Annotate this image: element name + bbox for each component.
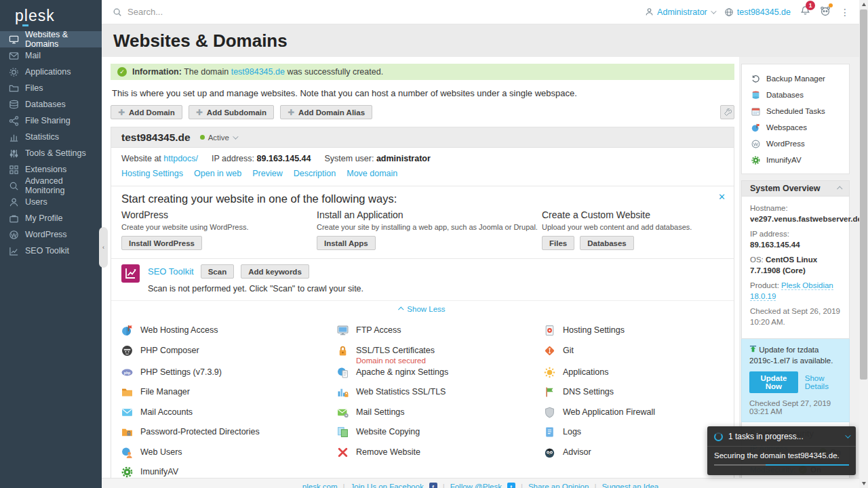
tool-web-users[interactable]: Web Users bbox=[121, 445, 337, 465]
twitter-link[interactable]: Follow @Plesk bbox=[450, 483, 502, 488]
httpdocs-link[interactable]: httpdocs/ bbox=[163, 154, 198, 163]
system-overview-header[interactable]: System Overview bbox=[741, 180, 850, 197]
add-domain-button[interactable]: ✚Add Domain bbox=[111, 105, 182, 119]
sidebar-item-my-profile[interactable]: My Profile bbox=[0, 210, 102, 226]
envelope-gear-icon bbox=[337, 407, 349, 418]
sidebar-item-label: Files bbox=[25, 83, 43, 93]
databases-button[interactable]: Databases bbox=[580, 236, 634, 250]
tool-mail-accounts[interactable]: Mail Accounts bbox=[121, 405, 337, 425]
vertical-scrollbar[interactable] bbox=[859, 0, 868, 488]
tool-password-protected-directories[interactable]: Password-Protected Directories bbox=[121, 424, 337, 445]
tool-php-composer[interactable]: PHP Composer bbox=[121, 343, 337, 365]
ip-address: IP address: 89.163.145.44 bbox=[212, 154, 311, 163]
green-gear-icon bbox=[121, 466, 133, 478]
tool-advisor[interactable]: Advisor bbox=[544, 445, 734, 465]
feedback-button[interactable] bbox=[820, 5, 831, 19]
notifications-button[interactable]: 1 bbox=[800, 5, 810, 18]
shortcut-scheduled-tasks[interactable]: Scheduled Tasks bbox=[751, 103, 849, 119]
update-now-button[interactable]: Update Now bbox=[749, 371, 798, 393]
files-button[interactable]: Files bbox=[542, 236, 574, 250]
tool-file-manager[interactable]: File Manager bbox=[121, 384, 337, 405]
tool-applications[interactable]: Applications bbox=[544, 365, 734, 385]
shortcut-wordpress[interactable]: WordPress bbox=[751, 136, 849, 152]
sidebar-item-tools-settings[interactable]: Tools & Settings bbox=[0, 145, 102, 161]
ip-label: IP address: bbox=[212, 154, 254, 163]
move-domain-link[interactable]: Move domain bbox=[347, 169, 397, 178]
search-bar[interactable] bbox=[113, 7, 277, 17]
tool-remove-website[interactable]: Remove Website bbox=[337, 445, 544, 465]
preview-link[interactable]: Preview bbox=[252, 169, 282, 178]
suggest-idea-link[interactable]: Suggest an Idea bbox=[601, 483, 658, 488]
install-apps-button[interactable]: Install Apps bbox=[317, 236, 376, 250]
sidebar-item-files[interactable]: Files bbox=[0, 80, 102, 96]
add-domain-alias-button[interactable]: ✚Add Domain Alias bbox=[280, 105, 372, 119]
open-in-web-link[interactable]: Open in web bbox=[194, 169, 241, 178]
share-opinion-link[interactable]: Share an Opinion bbox=[528, 483, 589, 488]
scrollbar-thumb[interactable] bbox=[860, 9, 867, 380]
close-icon[interactable]: ✕ bbox=[718, 192, 726, 202]
scroll-down-arrow[interactable] bbox=[859, 479, 868, 488]
domain-status-dropdown[interactable]: Active bbox=[200, 134, 237, 142]
tool-website-copying[interactable]: Website Copying bbox=[337, 424, 544, 445]
sidebar-item-statistics[interactable]: Statistics bbox=[0, 129, 102, 145]
show-details-link[interactable]: Show Details bbox=[805, 374, 842, 390]
tool-label: Applications bbox=[563, 367, 608, 377]
tool-logs[interactable]: Logs bbox=[544, 424, 734, 445]
user-menu[interactable]: Administrator bbox=[645, 7, 715, 17]
current-domain-link[interactable]: test984345.de bbox=[724, 7, 791, 17]
tool-dns-settings[interactable]: DNS Settings bbox=[544, 384, 734, 405]
sidebar-item-file-sharing[interactable]: File Sharing bbox=[0, 113, 102, 129]
person-icon bbox=[645, 7, 654, 16]
tool-web-hosting-access[interactable]: Web Hosting Access bbox=[121, 323, 337, 343]
sidebar-item-advanced-monitoring[interactable]: Advanced Monitoring bbox=[0, 178, 102, 194]
tool-web-application-firewall[interactable]: Web Application Firewall bbox=[544, 405, 734, 425]
show-less-toggle[interactable]: Show Less bbox=[111, 300, 734, 317]
sidebar-item-seo-toolkit[interactable]: SEO Toolkit bbox=[0, 243, 102, 259]
composer-icon bbox=[121, 345, 133, 357]
hosting-settings-link[interactable]: Hosting Settings bbox=[121, 169, 183, 178]
sidebar-item-extensions[interactable]: Extensions bbox=[0, 161, 102, 178]
install-wordpress-button[interactable]: Install WordPress bbox=[121, 236, 202, 250]
shortcut-webspaces[interactable]: Webspaces bbox=[751, 119, 849, 136]
shortcut-databases[interactable]: Databases bbox=[751, 87, 849, 103]
add-keywords-button[interactable]: Add keywords bbox=[241, 264, 309, 279]
tool-mail-settings[interactable]: Mail Settings bbox=[337, 405, 544, 425]
sidebar-item-websites-domains[interactable]: Websites & Domains bbox=[0, 31, 102, 47]
customize-tools-button[interactable] bbox=[720, 105, 734, 119]
sidebar-item-users[interactable]: Users bbox=[0, 194, 102, 210]
tool-hosting-settings[interactable]: Hosting Settings bbox=[544, 323, 734, 343]
tasks-popup-header[interactable]: 1 tasks in progress... bbox=[707, 426, 856, 447]
more-menu-button[interactable]: ⋮ bbox=[840, 7, 850, 17]
tool-ssl-certificates[interactable]: SSL/TLS Certificates Domain not secured bbox=[337, 343, 544, 365]
domain-card: test984345.de Active Website at httpdocs… bbox=[111, 127, 734, 479]
tool-ftp-access[interactable]: FTP Access bbox=[337, 323, 544, 343]
sidebar-collapse-handle[interactable]: ‹ bbox=[99, 227, 108, 268]
seo-toolkit-link[interactable]: SEO Toolkit bbox=[148, 266, 194, 277]
sidebar-item-mail[interactable]: Mail bbox=[0, 47, 102, 64]
tool-php-settings[interactable]: php PHP Settings (v7.3.9) bbox=[121, 365, 337, 385]
shortcut-label: Webspaces bbox=[766, 123, 807, 131]
plesk-logo[interactable]: plesk bbox=[0, 0, 102, 31]
sidebar-item-wordpress[interactable]: WordPress bbox=[0, 226, 102, 243]
chevron-down-icon[interactable] bbox=[845, 432, 850, 438]
banner-domain-link[interactable]: test984345.de bbox=[231, 67, 285, 77]
tool-git[interactable]: Git bbox=[544, 343, 734, 365]
tool-web-statistics[interactable]: Web Statistics SSL/TLS bbox=[337, 384, 544, 405]
shortcut-backup-manager[interactable]: Backup Manager bbox=[751, 70, 849, 87]
sidebar-item-databases[interactable]: Databases bbox=[0, 96, 102, 113]
product-row: Product: Plesk Obsidian 18.0.19 bbox=[750, 281, 841, 302]
tool-apache-nginx[interactable]: Apache & nginx Settings bbox=[337, 365, 544, 385]
plesk-com-link[interactable]: plesk.com bbox=[302, 483, 338, 488]
ip-value: 89.163.145.44 bbox=[257, 154, 311, 163]
shortcut-imunifyav[interactable]: ImunifyAV bbox=[751, 152, 849, 168]
description-link[interactable]: Description bbox=[294, 169, 336, 178]
scroll-up-arrow[interactable] bbox=[859, 0, 868, 9]
tool-imunifyav[interactable]: ImunifyAV bbox=[121, 464, 337, 479]
add-subdomain-button[interactable]: ✚Add Subdomain bbox=[189, 105, 274, 119]
twitter-icon[interactable]: t bbox=[507, 483, 515, 488]
search-input[interactable] bbox=[127, 7, 277, 17]
sidebar-item-applications[interactable]: Applications bbox=[0, 64, 102, 80]
facebook-link[interactable]: Join Us on Facebook bbox=[351, 483, 424, 488]
scan-button[interactable]: Scan bbox=[201, 264, 235, 279]
facebook-icon[interactable]: f bbox=[429, 483, 437, 488]
